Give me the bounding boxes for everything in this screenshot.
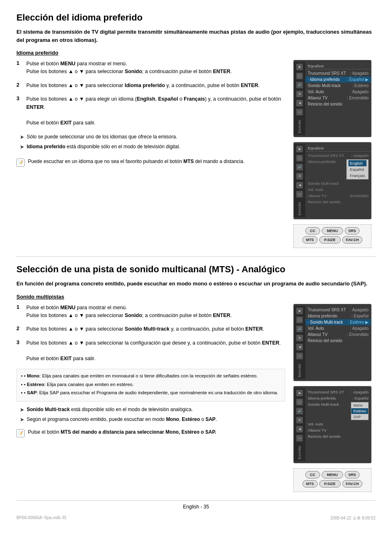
tv-menu-row: Reinicio del sonido [305,338,371,344]
tv-icon: ▭ [296,191,303,198]
tv-menu-row: Altavoz TV: Encendido [305,193,371,199]
tv-menu-row-selected: · Sonido Multi-track: Estéreo ▶ [305,319,371,325]
cc-button: CC [305,471,320,478]
section2-title: Selección de una pista de sonido multica… [16,264,376,275]
bullet-item: ➤ Según el programa concreto emitido, pu… [20,416,285,424]
tv-menu-row: Trusurround SRS XT: Apagado [305,307,371,313]
section2: Selección de una pista de sonido multica… [16,264,376,492]
tv-menu-row: Reinicio del sonido [305,199,371,205]
s2-step-1: 1 Pulse el botón MENU para mostrar el me… [16,304,285,320]
tv-icon: ▶ [296,390,303,396]
tv-sidebar-label: Sonido [297,446,302,460]
tv-sidebar: ▶ ◯ 🔊 ⚙ ◀ ▭ Sonido [294,144,305,217]
cc-button: CC [305,227,320,235]
step-2: 2 Pulse los botones ▲ o ▼ para seleccion… [16,82,285,90]
tv-icon: ◯ [296,155,303,161]
tv-menu-row: Altavoz TV: Encendido [305,95,371,101]
tv-menu-row: Reinicio del sonido [305,433,371,439]
tv-menu-row-selected: · Idioma preferido: Español ▶ [305,76,371,83]
section1-intro: El sistema de transmisión de TV digital … [16,28,376,44]
tv-menu-row: Sonido Multi-track [305,180,371,186]
psize-button: P.SIZE [319,236,341,244]
tv-icon: ◯ [296,399,303,405]
tv-menu-content: Trusurround SRS XT: Apagado Idioma prefe… [305,388,371,461]
s2-step-1-text: Pulse el botón MENU para mostrar el menú… [26,304,232,320]
tv-icon: ⚙ [296,91,303,97]
tv-icon: ◀ [296,100,303,106]
section1-images: ▶ ◯ 🔊 ⚙ ◀ ▭ Sonido Equalizer Trusurround… [293,60,376,248]
tv-icon: ◯ [296,317,303,323]
filename-footer: BP68-00666A~Spa.indb 35 2008-04-22 오후 8:… [16,515,376,521]
page-label: English - 35 [183,504,209,510]
tv-menu-row: Vol. Auto: Apagado [305,325,371,331]
tv-icon: ⚙ [296,335,303,341]
tv-icon: ⚙ [296,173,303,179]
tv-menu-panel-4: ▶ ◯ 🔊 ⚙ ◀ ▭ Sonido Trusurround SRS XT: A… [293,386,371,463]
tv-menu-row: Vol. Auto [305,421,371,427]
step-1-text: Pulse el botón MENU para mostrar el menú… [26,60,232,76]
s2-step-2-text: Pulse los botones ▲ o ▼ para seleccionar… [26,325,264,333]
favch-button: FAV.CH [342,236,363,244]
remote-control-1: CC MENU SRS MTS P.SIZE FAV.CH [293,224,371,248]
bullet-item: ➤ Sonido Multi-track está disponible sól… [20,406,285,414]
tv-menu-row: Idioma preferido: Español [305,313,371,319]
step-2-num: 2 [16,82,23,90]
info-item: • Estéreo: Elija para canales que emiten… [21,381,281,389]
tv-menu-row: Trusurround SRS XT: Apagado [305,152,371,159]
section2-bullets: ➤ Sonido Multi-track está disponible sól… [20,406,285,424]
s2-step-2: 2 Pulse los botones ▲ o ▼ para seleccion… [16,325,285,333]
section1-note: 📝 Puede escuchar en un idioma que no sea… [16,158,285,167]
tv-menu-row: Reinicio del sonido [305,101,371,107]
section2-note: 📝 Pulse el botón MTS del mando a distanc… [16,428,285,437]
tv-icon: 🔊 [296,82,303,88]
mts-button: MTS [302,236,318,244]
tv-menu-row: Sonido Multi-track: Estéreo [305,83,371,89]
srs-button: SRS [345,471,360,478]
step-2-text: Pulse los botones ▲ o ▼ para seleccionar… [26,82,260,90]
section-divider [16,256,376,257]
tv-menu-row: Vol. Auto [305,186,371,193]
s2-step-1-num: 1 [16,304,23,320]
section2-intro: En función del programa concreto emitido… [16,280,376,288]
tv-menu-row: Idioma preferido English Español Françai… [305,159,371,180]
psize-button: P.SIZE [319,480,341,487]
section1-bullets: ➤ Sólo se puede seleccionar uno de los i… [20,133,285,151]
section2-steps: 1 Pulse el botón MENU para mostrar el me… [16,304,285,492]
tv-icon: ◀ [296,182,303,189]
tv-icon: ▭ [296,435,303,441]
section1: Elección del idioma preferido El sistema… [16,12,376,248]
tv-icon: 🔊 [296,326,303,332]
info-item: • SAP: Elija SAP para escuchar el Progra… [21,389,281,397]
bullet-item: ➤ Idioma preferido está disponible sólo … [20,143,285,151]
section2-images: ▶ ◯ 🔊 ⚙ ◀ ▭ Sonido Trusurround SRS XT: A… [293,304,376,492]
menu-button: MENU [322,227,343,235]
tv-icon: 🔊 [296,408,303,414]
menu-button: MENU [322,471,343,478]
tv-icon: ▶ [296,308,303,314]
tv-menu-row: Sonido Multi-track Mono Estéreo SAP [305,401,371,421]
tv-menu-content: Equalizer Trusurround SRS XT: Apagado · … [305,62,371,135]
tv-icon: ▭ [296,353,303,359]
tv-sidebar: ▶ ◯ 🔊 ⚙ ◀ ▭ Sonido [294,62,305,135]
favch-button: FAV.CH [342,480,363,487]
srs-button: SRS [345,227,360,235]
tv-icon: ◀ [296,426,303,432]
tv-icon: ▭ [296,109,303,115]
tv-menu-row: Trusurround SRS XT: Apagado [305,389,371,395]
tv-sidebar: ▶ ◯ 🔊 ⚙ ◀ ▭ Sonido [294,306,305,379]
step-1: 1 Pulse el botón MENU para mostrar el me… [16,60,285,76]
tv-menu-panel-2: ▶ ◯ 🔊 ⚙ ◀ ▭ Sonido Equalizer Trusurround… [293,142,371,219]
step-1-num: 1 [16,60,23,76]
section1-subsection: Idioma preferido [16,50,376,56]
tv-menu-row: Altavoz TV: Encendido [305,331,371,338]
tv-menu-header: Equalizer [305,63,371,69]
tv-icon: 🔊 [296,164,303,170]
filename: BP68-00666A~Spa.indb 35 [16,515,67,521]
tv-sidebar: ▶ ◯ 🔊 ⚙ ◀ ▭ Sonido [294,388,305,461]
tv-menu-row: Altavoz TV [305,427,371,433]
note-icon: 📝 [16,159,25,167]
tv-menu-panel-1: ▶ ◯ 🔊 ⚙ ◀ ▭ Sonido Equalizer Trusurround… [293,60,371,137]
tv-menu-row: Vol. Auto: Apagado [305,89,371,95]
s2-step-3-text: Pulse los botones ▲ o ▼ para seleccionar… [26,339,281,363]
page-footer: English - 35 [16,500,376,513]
